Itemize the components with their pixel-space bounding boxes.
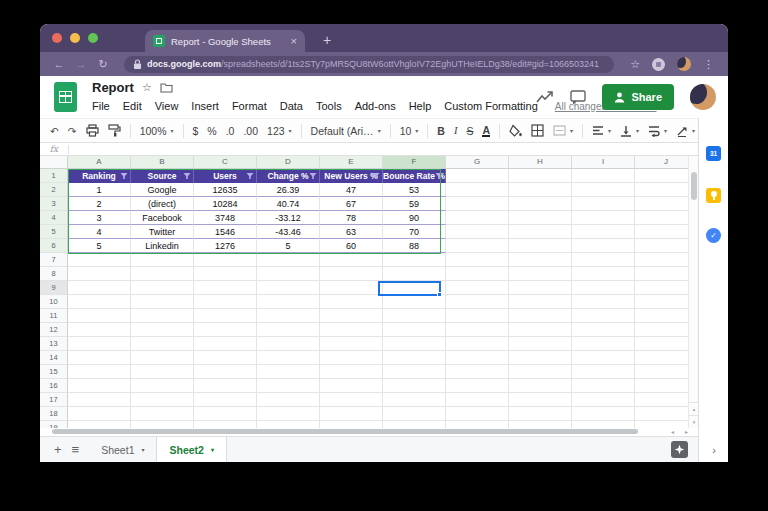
cell-B10[interactable]	[131, 295, 194, 309]
row-header-13[interactable]: 13	[40, 337, 68, 351]
cell-H14[interactable]	[509, 351, 572, 365]
explore-button[interactable]	[671, 441, 688, 458]
cell-A8[interactable]	[68, 267, 131, 281]
row-header-14[interactable]: 14	[40, 351, 68, 365]
cell-E12[interactable]	[320, 323, 383, 337]
cell-E17[interactable]	[320, 393, 383, 407]
cell-H19[interactable]	[509, 421, 572, 428]
merge-cells-button[interactable]: ▾	[553, 124, 573, 137]
column-header-I[interactable]: I	[572, 156, 635, 169]
cell-C8[interactable]	[194, 267, 257, 281]
cell-F19[interactable]	[383, 421, 446, 428]
horizontal-scrollbar-thumb[interactable]	[52, 429, 638, 434]
row-header-17[interactable]: 17	[40, 393, 68, 407]
address-bar[interactable]: docs.google.com/spreadsheets/d/1ts2STy7p…	[124, 56, 614, 73]
table-cell-F6[interactable]: 88	[383, 239, 446, 253]
table-header-users[interactable]: Users	[194, 169, 257, 183]
table-cell-A3[interactable]: 2	[68, 197, 131, 211]
cell-E14[interactable]	[320, 351, 383, 365]
menu-item-insert[interactable]: Insert	[191, 100, 219, 112]
cell-A14[interactable]	[68, 351, 131, 365]
reload-icon[interactable]: ↻	[94, 58, 112, 71]
cell-H2[interactable]	[509, 183, 572, 197]
extension-icon[interactable]	[652, 58, 665, 71]
cell-F8[interactable]	[383, 267, 446, 281]
paint-format-button[interactable]	[108, 124, 121, 137]
cell-I10[interactable]	[572, 295, 635, 309]
cell-D18[interactable]	[257, 407, 320, 421]
cell-C19[interactable]	[194, 421, 257, 428]
bookmark-star-icon[interactable]: ☆	[630, 58, 640, 71]
cell-E19[interactable]	[320, 421, 383, 428]
cell-I11[interactable]	[572, 309, 635, 323]
vertical-scrollbar[interactable]: ▴ ▾	[688, 156, 698, 428]
cell-F12[interactable]	[383, 323, 446, 337]
table-cell-D6[interactable]: 5	[257, 239, 320, 253]
cell-G13[interactable]	[446, 337, 509, 351]
cell-H1[interactable]	[509, 169, 572, 183]
cell-I15[interactable]	[572, 365, 635, 379]
cell-H4[interactable]	[509, 211, 572, 225]
cell-A13[interactable]	[68, 337, 131, 351]
table-cell-B3[interactable]: (direct)	[131, 197, 194, 211]
table-cell-B2[interactable]: Google	[131, 183, 194, 197]
cell-I7[interactable]	[572, 253, 635, 267]
cell-B13[interactable]	[131, 337, 194, 351]
horizontal-align-select[interactable]: ▾	[592, 125, 611, 136]
cell-F15[interactable]	[383, 365, 446, 379]
text-rotation-select[interactable]: ▾	[676, 125, 695, 137]
keep-icon[interactable]	[706, 188, 721, 203]
cell-F13[interactable]	[383, 337, 446, 351]
cell-B17[interactable]	[131, 393, 194, 407]
table-cell-C4[interactable]: 3748	[194, 211, 257, 225]
row-header-2[interactable]: 2	[40, 183, 68, 197]
cell-G16[interactable]	[446, 379, 509, 393]
row-header-6[interactable]: 6	[40, 239, 68, 253]
cell-G8[interactable]	[446, 267, 509, 281]
cell-D15[interactable]	[257, 365, 320, 379]
cell-I14[interactable]	[572, 351, 635, 365]
cell-C10[interactable]	[194, 295, 257, 309]
column-header-H[interactable]: H	[509, 156, 572, 169]
menu-item-view[interactable]: View	[155, 100, 179, 112]
cell-D12[interactable]	[257, 323, 320, 337]
cell-H10[interactable]	[509, 295, 572, 309]
menu-item-help[interactable]: Help	[409, 100, 432, 112]
comment-icon[interactable]	[570, 90, 586, 105]
table-cell-A5[interactable]: 4	[68, 225, 131, 239]
cell-G19[interactable]	[446, 421, 509, 428]
cell-H15[interactable]	[509, 365, 572, 379]
selected-cell-F9[interactable]	[378, 281, 441, 296]
cell-D8[interactable]	[257, 267, 320, 281]
cell-B8[interactable]	[131, 267, 194, 281]
chevron-down-icon[interactable]: ▾	[211, 446, 214, 453]
increase-decimal-button[interactable]: .00	[243, 125, 258, 137]
cell-E11[interactable]	[320, 309, 383, 323]
cell-G4[interactable]	[446, 211, 509, 225]
cell-F7[interactable]	[383, 253, 446, 267]
cell-I5[interactable]	[572, 225, 635, 239]
bold-button[interactable]: B	[437, 125, 445, 137]
cell-E15[interactable]	[320, 365, 383, 379]
select-all-corner[interactable]	[40, 156, 68, 169]
move-folder-icon[interactable]	[160, 82, 173, 93]
menu-item-data[interactable]: Data	[280, 100, 303, 112]
table-cell-C3[interactable]: 10284	[194, 197, 257, 211]
account-avatar[interactable]	[690, 84, 716, 110]
borders-button[interactable]	[531, 124, 544, 137]
table-cell-F2[interactable]: 53	[383, 183, 446, 197]
cell-I16[interactable]	[572, 379, 635, 393]
forward-icon[interactable]: →	[72, 58, 90, 70]
text-wrap-select[interactable]: ▾	[648, 125, 667, 137]
chevron-down-icon[interactable]: ▾	[141, 446, 144, 453]
vertical-scrollbar-thumb[interactable]	[691, 172, 697, 200]
cell-E8[interactable]	[320, 267, 383, 281]
table-cell-D2[interactable]: 26.39	[257, 183, 320, 197]
browser-avatar[interactable]	[677, 57, 691, 71]
cell-A7[interactable]	[68, 253, 131, 267]
cell-I18[interactable]	[572, 407, 635, 421]
table-header-ranking[interactable]: Ranking	[68, 169, 131, 183]
more-formats-select[interactable]: 123▾	[267, 125, 292, 137]
cell-E10[interactable]	[320, 295, 383, 309]
cell-F17[interactable]	[383, 393, 446, 407]
